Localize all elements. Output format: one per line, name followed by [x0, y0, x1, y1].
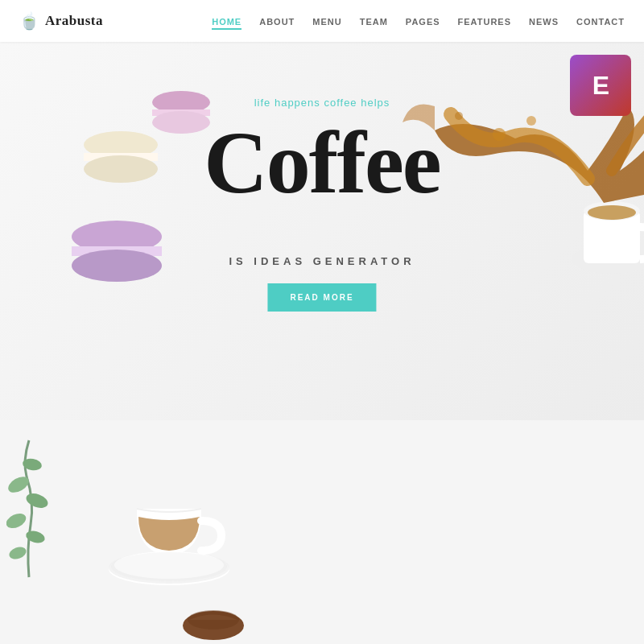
nav-item-home[interactable]: HOME: [212, 14, 242, 28]
nav-item-about[interactable]: ABOUT: [259, 14, 295, 28]
svg-point-14: [455, 112, 463, 120]
about-section: 0 1 WE WELCOMES YOU! one of the best cof…: [0, 420, 644, 644]
svg-point-12: [588, 205, 636, 220]
nav-item-pages[interactable]: PAGES: [406, 14, 440, 28]
elementor-badge-icon: E: [592, 71, 609, 101]
nav-menu: HOME ABOUT MENU TEAM PAGES FEATURES NEWS…: [212, 14, 625, 28]
navbar: 🍵 Arabusta HOME ABOUT MENU TEAM PAGES FE…: [0, 0, 644, 42]
macaron-mid: [80, 130, 161, 186]
svg-point-8: [72, 250, 162, 282]
hero-title: Coffee: [204, 118, 440, 207]
svg-point-19: [6, 510, 28, 530]
hero-subtitle: life happens coffee helps: [254, 97, 390, 109]
hero-section: life happens coffee helps Coffee IS IDEA…: [0, 42, 644, 420]
read-more-button[interactable]: READ MORE: [267, 283, 376, 312]
nav-item-team[interactable]: TEAM: [360, 14, 388, 28]
nav-item-features[interactable]: FEATURES: [458, 14, 511, 28]
brand-name: Arabusta: [45, 13, 103, 29]
svg-point-18: [24, 491, 50, 511]
brand-logo[interactable]: 🍵 Arabusta: [19, 11, 103, 31]
svg-point-21: [7, 545, 27, 562]
chocolate-decoration: [181, 597, 246, 644]
svg-point-26: [111, 552, 227, 581]
elementor-badge[interactable]: E: [570, 55, 631, 116]
svg-point-28: [188, 610, 239, 630]
coffee-cup: [97, 428, 242, 592]
svg-point-15: [526, 116, 536, 126]
branch-decoration: [6, 436, 51, 584]
svg-point-5: [84, 155, 158, 183]
macaron-bottom: [68, 219, 165, 287]
hero-tagline: IS IDEAS GENERATOR: [229, 255, 415, 267]
nav-item-news[interactable]: NEWS: [529, 14, 559, 28]
svg-point-13: [493, 128, 506, 141]
brand-icon: 🍵: [19, 11, 39, 31]
nav-item-contact[interactable]: CONTACT: [576, 14, 625, 28]
nav-item-menu[interactable]: MENU: [312, 14, 341, 28]
